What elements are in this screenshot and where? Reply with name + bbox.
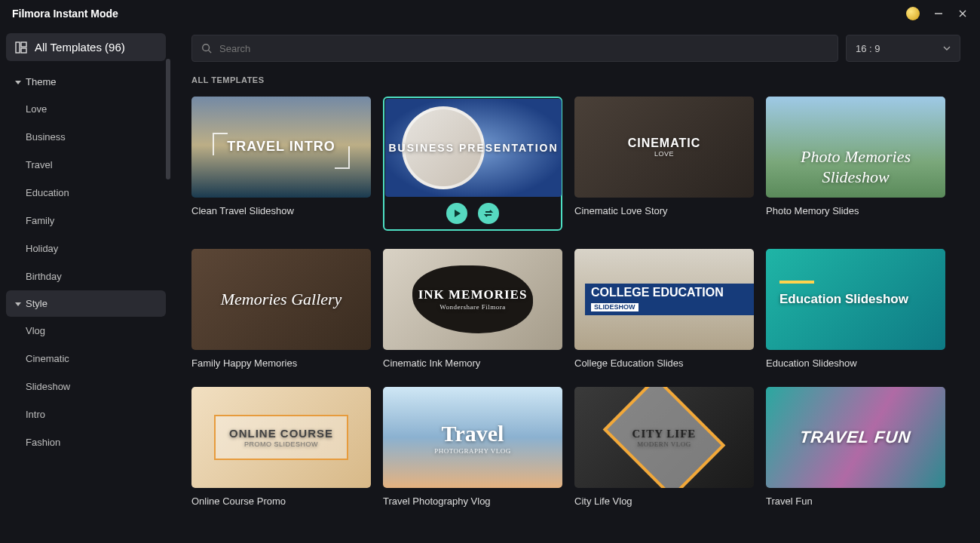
sidebar-item-intro[interactable]: Intro [6,400,166,428]
close-button[interactable] [957,8,968,19]
minimize-button[interactable] [933,8,944,19]
svg-marker-6 [15,81,21,84]
theme-header[interactable]: Theme [6,69,166,95]
svg-line-9 [209,51,212,54]
theme-label: Theme [26,76,56,87]
template-thumb: Photo Memories Slideshow [766,97,945,198]
template-card[interactable]: CINEMATIC LOVE Cinematic Love Story [574,97,754,231]
titlebar: Filmora Instant Mode [0,0,980,27]
template-thumb: Memories Gallery [191,249,371,350]
sidebar-item-fashion[interactable]: Fashion [6,428,166,456]
thumb-overlay: Education Slideshow [779,292,908,307]
chevron-down-icon [943,44,951,52]
template-label: Cinematic Ink Memory [383,357,562,369]
search-input[interactable] [219,43,828,54]
template-thumb: CITY LIFE MODERN VLOG [574,387,754,488]
sidebar-item-vlog[interactable]: Vlog [6,317,166,345]
template-card[interactable]: Photo Memories Slideshow Photo Memory Sl… [766,97,945,231]
sidebar-item-slideshow[interactable]: Slideshow [6,373,166,400]
template-card[interactable]: ONLINE COURSE PROMO SLIDESHOW Online Cou… [191,387,371,507]
svg-rect-3 [16,42,20,53]
sidebar-item-cinematic[interactable]: Cinematic [6,345,166,373]
thumb-overlay: Photo Memories Slideshow [766,147,945,187]
thumb-overlay: CINEMATIC LOVE [628,136,701,158]
template-card[interactable]: TRAVEL FUN Travel Fun [766,387,945,507]
template-label: College Education Slides [574,357,754,369]
template-label: Online Course Promo [191,495,371,507]
swap-button[interactable] [478,203,499,224]
svg-point-8 [203,44,210,51]
chevron-down-icon [15,79,21,85]
template-card[interactable]: CITY LIFE MODERN VLOG City Life Vlog [574,387,754,507]
sidebar-item-love[interactable]: Love [6,95,166,123]
sidebar-item-family[interactable]: Family [6,207,166,235]
template-label: Travel Fun [766,495,945,507]
thumb-overlay: Memories Gallery [221,290,342,309]
aspect-ratio-value: 16 : 9 [856,43,880,54]
aspect-ratio-select[interactable]: 16 : 9 [846,35,960,62]
svg-marker-7 [15,302,21,306]
template-thumb: COLLEGE EDUCATION SLIDESHOW [574,249,754,350]
sidebar: All Templates (96) Theme Love Business T… [0,27,172,543]
thumb-overlay: TRAVEL INTRO [227,139,335,155]
template-thumb: TRAVEL FUN [766,387,945,488]
thumb-overlay: CITY LIFE MODERN VLOG [632,427,697,449]
section-title: ALL TEMPLATES [191,75,960,84]
template-label: Cinematic Love Story [574,205,754,216]
template-card-selected[interactable]: BUSINESS PRESENTATION [383,97,562,231]
svg-marker-10 [455,210,461,217]
template-label: Education Slideshow [766,357,945,369]
sidebar-item-education[interactable]: Education [6,179,166,207]
play-button[interactable] [446,203,467,224]
sidebar-item-travel[interactable]: Travel [6,151,166,179]
template-thumb: INK MEMORIES Wondershare Filmora [383,249,562,350]
thumb-overlay: INK MEMORIES Wondershare Filmora [418,287,528,311]
style-label: Style [26,298,47,309]
template-label: Photo Memory Slides [766,205,945,216]
thumb-overlay: COLLEGE EDUCATION SLIDESHOW [585,284,754,315]
chevron-down-icon [15,301,21,307]
template-card[interactable]: COLLEGE EDUCATION SLIDESHOW College Educ… [574,249,754,369]
template-thumb: BUSINESS PRESENTATION [385,99,562,197]
svg-rect-5 [21,48,26,53]
template-thumb: ONLINE COURSE PROMO SLIDESHOW [191,387,371,488]
sidebar-item-business[interactable]: Business [6,123,166,151]
template-card[interactable]: INK MEMORIES Wondershare Filmora Cinemat… [383,249,562,369]
thumb-overlay: BUSINESS PRESENTATION [388,142,558,155]
svg-rect-4 [21,42,26,47]
thumb-overlay: Travel PHOTOGRAPHY VLOG [434,420,511,456]
template-thumb: Education Slideshow [766,249,945,350]
template-label: City Life Vlog [574,495,754,507]
brand-badge-icon[interactable] [906,7,920,20]
template-card[interactable]: TRAVEL INTRO Clean Travel Slideshow [191,97,371,231]
main-panel: 16 : 9 ALL TEMPLATES TRAVEL INTRO Clean … [172,27,980,543]
template-card[interactable]: Education Slideshow Education Slideshow [766,249,945,369]
template-label: Clean Travel Slideshow [191,205,371,216]
grid-icon [15,41,27,54]
thumb-overlay: TRAVEL FUN [799,428,912,447]
thumb-overlay: ONLINE COURSE PROMO SLIDESHOW [214,415,348,461]
template-thumb: Travel PHOTOGRAPHY VLOG [383,387,562,488]
style-header[interactable]: Style [6,290,166,317]
all-templates-button[interactable]: All Templates (96) [6,33,166,61]
template-card[interactable]: Memories Gallery Family Happy Memories [191,249,371,369]
sidebar-item-birthday[interactable]: Birthday [6,262,166,290]
template-grid: TRAVEL INTRO Clean Travel Slideshow BUSI… [191,97,960,507]
search-input-wrap[interactable] [191,35,838,62]
template-thumb: TRAVEL INTRO [191,97,371,198]
sidebar-item-holiday[interactable]: Holiday [6,235,166,262]
template-label: Travel Photography Vlog [383,495,562,507]
template-card[interactable]: Travel PHOTOGRAPHY VLOG Travel Photograp… [383,387,562,507]
all-templates-label: All Templates (96) [35,41,125,54]
template-label: Family Happy Memories [191,357,371,369]
search-icon [201,43,212,54]
app-title: Filmora Instant Mode [12,8,118,20]
template-thumb: CINEMATIC LOVE [574,97,754,198]
